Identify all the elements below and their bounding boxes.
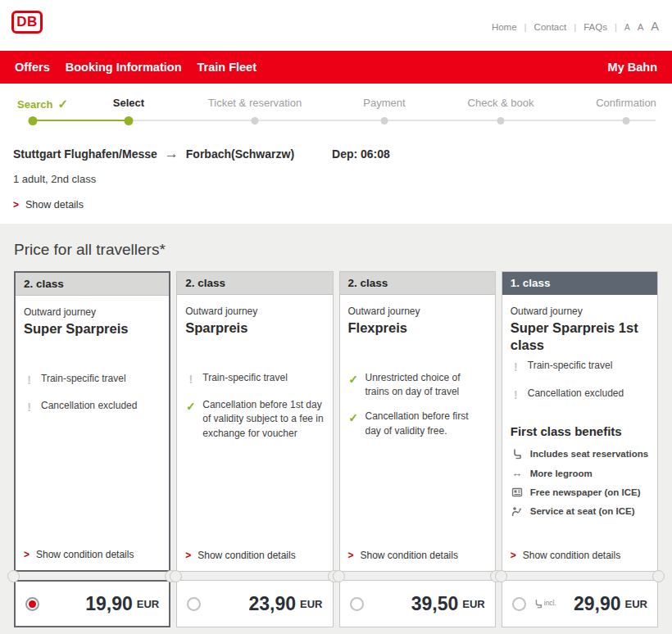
fare-product-name: Super Sparpreis 1st class (511, 319, 649, 353)
fare-radio-selected[interactable] (25, 597, 39, 611)
fare-card-body: Outward journey Sparpreis Train-specific… (177, 295, 332, 571)
price-value: 19,90 (85, 593, 133, 615)
benefit-text: More legroom (530, 469, 593, 478)
fare-radio[interactable] (350, 597, 364, 611)
db-logo[interactable]: DB (11, 11, 43, 34)
feature-text: Train-specific travel (41, 372, 126, 388)
show-details-link[interactable]: Show details (13, 199, 390, 211)
link-contact[interactable]: Contact (534, 22, 567, 32)
benefit-item: Service at seat (on ICE) (511, 505, 649, 517)
nav-train-fleet[interactable]: Train Fleet (197, 61, 257, 74)
nav-my-bahn[interactable]: My Bahn (608, 61, 657, 74)
fare-product-name: Flexpreis (348, 319, 487, 337)
font-size-small-button[interactable]: A (624, 23, 630, 32)
fare-column-super-sparpreis: 2. class Outward journey Super Sparpreis… (14, 271, 170, 627)
check-icon (348, 410, 359, 438)
exclamation-icon (24, 399, 34, 415)
pricing-title: Price for all travellers* (14, 241, 658, 259)
seat-icon (511, 448, 524, 460)
benefit-text: Free newspaper (on ICE) (530, 487, 641, 497)
font-size-medium-button[interactable]: A (638, 22, 644, 32)
ticket-notch (495, 570, 507, 582)
link-home[interactable]: Home (492, 22, 517, 32)
journey-summary: Stuttgart Flughafen/Messe Forbach(Schwar… (13, 146, 390, 211)
font-size-large-button[interactable]: A (651, 20, 659, 33)
step-search-label: Search (17, 98, 52, 111)
fare-product-name: Sparpreis (185, 319, 324, 337)
exclamation-icon (511, 387, 521, 403)
feature-text: Unrestricted choice of trains on day of … (366, 371, 487, 400)
fare-feature: Cancellation before first day of validit… (348, 410, 487, 438)
price-option-flexpreis[interactable]: 39,50 EUR (339, 580, 496, 627)
seat-icon (534, 599, 543, 609)
fare-class-header: 1. class (502, 272, 657, 295)
progress-dot-select (125, 116, 134, 125)
nav-offers[interactable]: Offers (15, 61, 50, 74)
benefit-text: Includes seat reservations (530, 449, 648, 459)
journey-direction-label: Outward journey (185, 306, 324, 317)
fare-features: Unrestricted choice of trains on day of … (348, 371, 487, 439)
chevron-right-icon (24, 549, 30, 560)
benefit-text: Service at seat (on ICE) (530, 506, 635, 516)
show-condition-details-link[interactable]: Show condition details (511, 550, 649, 561)
fare-card-body: Outward journey Super Sparpreis Train-sp… (16, 296, 169, 570)
step-search: Search (17, 97, 68, 111)
step-check-book: Check & book (468, 97, 534, 109)
progress-dot-search (29, 116, 38, 125)
link-faqs[interactable]: FAQs (583, 22, 607, 32)
journey-direction-label: Outward journey (348, 306, 487, 317)
price-option-super-sparpreis[interactable]: 19,90 EUR (14, 580, 170, 627)
show-condition-details-link[interactable]: Show condition details (24, 549, 161, 560)
price-value: 39,50 (411, 593, 459, 615)
step-select: Select (113, 97, 144, 109)
chevron-right-icon (185, 550, 191, 561)
step-select-label: Select (113, 97, 144, 109)
show-condition-details-link[interactable]: Show condition details (348, 550, 487, 561)
service-icon (511, 505, 524, 517)
fare-feature: Train-specific travel (185, 371, 324, 387)
condition-link-label: Show condition details (523, 550, 620, 561)
fare-class-header: 2. class (340, 272, 495, 295)
price-value: 23,90 (248, 593, 296, 615)
utility-links: Home | Contact | FAQs | A A A (492, 20, 659, 33)
benefit-item: Includes seat reservations (511, 448, 649, 460)
fare-feature: Cancellation excluded (24, 399, 161, 415)
price-currency: EUR (137, 598, 159, 610)
fare-feature: Cancellation before 1st day of validity … (185, 398, 324, 441)
progress-dot-payment (381, 117, 388, 125)
fare-class-header: 2. class (16, 273, 169, 296)
show-condition-details-link[interactable]: Show condition details (185, 550, 324, 561)
incl-label: incl. (544, 599, 556, 607)
fare-features: Train-specific travel Cancellation befor… (185, 371, 324, 442)
price-value: 29,90 (574, 593, 621, 615)
condition-link-label: Show condition details (361, 550, 458, 561)
fare-class-header: 2. class (177, 272, 332, 295)
journey-from: Stuttgart Flughafen/Messe (13, 147, 157, 161)
fare-radio[interactable] (187, 597, 201, 611)
price-currency: EUR (462, 598, 484, 610)
exclamation-icon (511, 359, 521, 375)
nav-booking-information[interactable]: Booking Information (66, 61, 182, 74)
fare-card: 1. class Outward journey Super Sparpreis… (502, 271, 658, 572)
ticket-notch (7, 570, 20, 582)
step-payment-label: Payment (363, 97, 405, 109)
price-currency: EUR (300, 598, 322, 610)
price-option-super-sparpreis-1st[interactable]: incl. 29,90 EUR (502, 580, 658, 627)
progress-dot-confirmation (623, 117, 630, 125)
fare-product-name: Super Sparpreis (24, 320, 161, 337)
show-details-label: Show details (25, 199, 84, 211)
step-ticket-label: Ticket & reservation (208, 97, 302, 109)
fare-radio[interactable] (512, 597, 526, 611)
fare-card: 2. class Outward journey Sparpreis Train… (176, 271, 333, 572)
ticket-notch (333, 570, 345, 582)
chevron-right-icon (13, 199, 19, 211)
first-class-benefits: First class benefits Includes seat reser… (511, 424, 649, 524)
benefit-item: Free newspaper (on ICE) (511, 487, 649, 498)
condition-link-label: Show condition details (198, 550, 295, 561)
price-option-sparpreis[interactable]: 23,90 EUR (176, 580, 333, 627)
feature-text: Cancellation before first day of validit… (366, 410, 487, 438)
pricing-section: Price for all travellers* 2. class Outwa… (0, 224, 672, 634)
fare-features: Train-specific travel Cancellation exclu… (511, 359, 649, 403)
divider: | (574, 22, 576, 32)
progress-dot-ticket (252, 117, 259, 125)
